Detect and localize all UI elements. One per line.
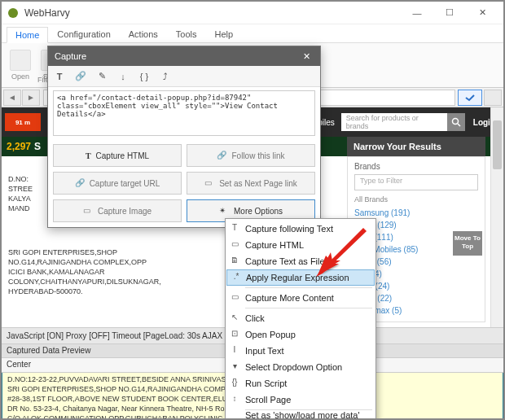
edit-tool-icon[interactable]: ✎ [95, 70, 108, 83]
next-page-button: ▭Set as Next Page link [187, 172, 315, 195]
braces-icon[interactable]: { } [138, 70, 151, 83]
capture-html-view[interactable]: <a href="/contact-detail-popup.php?id=87… [53, 90, 315, 136]
menu-capture-more-content[interactable]: ▭Capture More Content [226, 290, 375, 306]
brands-heading: Brands [354, 162, 478, 171]
tab-tools[interactable]: Tools [167, 26, 206, 42]
capture-image-button: ▭Capture Image [53, 199, 182, 222]
more-icon: ▭ [229, 292, 240, 304]
maximize-button[interactable]: ☐ [433, 3, 466, 23]
search-icon[interactable] [447, 113, 465, 131]
app-icon [7, 7, 20, 20]
menu-click[interactable]: ↖Click [226, 310, 375, 326]
popup-icon: ⊡ [229, 329, 240, 340]
window-title: WebHarvy [24, 7, 401, 19]
tab-home[interactable]: Home [7, 27, 48, 43]
brand-filter-input[interactable]: Type to Filter [354, 174, 478, 190]
script-icon: {} [229, 378, 240, 389]
menu-capture-text-file[interactable]: 🗎Capture Text as File [226, 253, 375, 269]
menu-separator [245, 287, 372, 288]
more-options-menu: TCapture following Text ▭Capture HTML 🗎C… [225, 218, 376, 420]
tab-help[interactable]: Help [206, 26, 243, 42]
result-count: 2,297 [7, 141, 31, 152]
text-icon: T [229, 223, 240, 234]
all-brands-label: All Brands [354, 195, 478, 203]
html-icon: ▭ [229, 239, 240, 251]
regex-icon: .* [231, 272, 242, 283]
menu-separator [245, 308, 372, 308]
capture-dialog-title: Capture [55, 51, 86, 61]
follow-link-button: 🔗Follow this link [187, 144, 315, 167]
load-more-icon: ⋯ [229, 414, 240, 420]
promote-icon[interactable]: ⤴ [159, 70, 172, 83]
menu-open-popup[interactable]: ⊡Open Popup [226, 326, 375, 343]
minimize-button[interactable]: — [401, 3, 433, 23]
click-icon: ↖ [229, 313, 240, 324]
site-search-input[interactable]: Search for products or brands [341, 113, 447, 131]
close-button[interactable]: ✕ [466, 3, 498, 23]
svg-point-0 [8, 8, 18, 18]
move-to-top-button[interactable]: Move To Top [453, 231, 482, 256]
svg-point-1 [452, 119, 458, 125]
address-snippet: D.NO: STREE KALYA MAND [8, 174, 33, 213]
scroll-icon: ↕ [229, 394, 240, 405]
window-titlebar: WebHarvy — ☐ ✕ [2, 2, 503, 24]
menu-input-text[interactable]: IInput Text [226, 343, 375, 359]
file-icon: 🗎 [229, 256, 240, 267]
menu-select-dropdown[interactable]: ▾Select Dropdown Option [226, 359, 375, 375]
menu-capture-html[interactable]: ▭Capture HTML [226, 237, 375, 253]
arrow-down-icon[interactable]: ↓ [116, 70, 130, 83]
capture-url-button: 🔗Capture target URL [53, 172, 182, 195]
ribbon-tabs: Home Configuration Actions Tools Help [2, 24, 503, 42]
capture-close-icon[interactable]: ✕ [299, 51, 314, 62]
capture-dialog-titlebar[interactable]: Capture ✕ [48, 46, 320, 66]
narrow-results-header: Narrow Your Results [347, 137, 485, 156]
site-logo[interactable]: 91 m [5, 113, 41, 131]
svg-line-2 [458, 124, 460, 126]
dropdown-icon: ▾ [229, 361, 240, 373]
nav-back-button[interactable]: ◄ [3, 90, 21, 106]
open-button[interactable]: Open [5, 46, 36, 85]
tab-actions[interactable]: Actions [120, 26, 167, 42]
capture-html-button[interactable]: TCapture HTML [53, 144, 182, 167]
menu-scroll-page[interactable]: ↕Scroll Page [226, 392, 375, 408]
menu-set-load-more[interactable]: ⋯Set as 'show/load more data' link [226, 412, 375, 420]
input-icon: I [229, 345, 240, 357]
menu-apply-regex[interactable]: .*Apply Regular Expression [226, 269, 375, 286]
address-block: SRI GOPI ENTERPRISES,SHOP NO.G14,RAJINIG… [8, 247, 161, 296]
vertical-scrollbar[interactable] [490, 107, 503, 327]
menu-run-script[interactable]: {}Run Script [226, 375, 375, 392]
menu-capture-following-text[interactable]: TCapture following Text [226, 221, 375, 237]
brand-link[interactable]: Samsung (191) [354, 207, 478, 219]
capture-dialog: Capture ✕ T 🔗 ✎ ↓ { } ⤴ <a href="/contac… [47, 46, 321, 228]
cart-button[interactable] [484, 90, 502, 106]
go-button[interactable] [458, 90, 482, 106]
text-tool-icon[interactable]: T [53, 70, 66, 83]
link-tool-icon[interactable]: 🔗 [74, 70, 87, 83]
nav-forward-button[interactable]: ► [22, 90, 40, 106]
capture-toolbar: T 🔗 ✎ ↓ { } ⤴ [48, 66, 320, 87]
tab-configuration[interactable]: Configuration [48, 26, 119, 42]
